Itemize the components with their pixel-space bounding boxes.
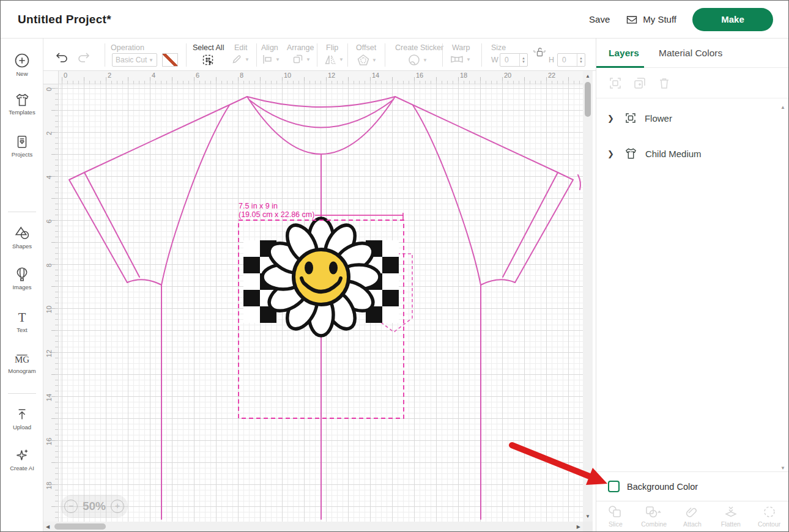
- edit-label: Edit: [234, 43, 248, 52]
- flip-label: Flip: [326, 43, 338, 52]
- attach-icon: [685, 505, 700, 519]
- group-icon: [624, 111, 637, 125]
- scroll-left-arrow[interactable]: ◀: [46, 524, 50, 530]
- layer-row-child-medium[interactable]: ❯ Child Medium: [596, 141, 788, 166]
- horizontal-scrollbar-thumb[interactable]: [54, 523, 106, 530]
- chevron-down-icon: ▼: [306, 57, 311, 62]
- zoom-in-button[interactable]: +: [111, 500, 124, 513]
- flip-button[interactable]: ▼: [324, 53, 344, 65]
- app-window: Untitled Project* Save My Stuff Make New…: [0, 0, 789, 532]
- right-panel: Layers Material Colors ❯ Flower ❯ Child …: [596, 39, 788, 531]
- stepper-arrows[interactable]: ▲▼: [519, 54, 527, 66]
- layer-tools-bar: Slice Combine Attach Flatten Contour: [596, 501, 788, 531]
- layer-row-flower[interactable]: ❯ Flower: [596, 106, 788, 130]
- scroll-right-arrow[interactable]: ▶: [577, 524, 580, 530]
- group-select-icon[interactable]: [609, 76, 622, 90]
- sticker-icon: [407, 53, 421, 67]
- trash-icon[interactable]: [658, 76, 671, 90]
- save-button[interactable]: Save: [589, 14, 610, 24]
- select-all-label: Select All: [193, 43, 224, 52]
- my-stuff-button[interactable]: My Stuff: [626, 14, 676, 25]
- arrange-button[interactable]: ▼: [292, 53, 311, 65]
- flatten-icon: [724, 505, 738, 519]
- chevron-down-icon: ▼: [339, 57, 344, 62]
- triangle-circle-icon: [14, 225, 31, 242]
- flatten-button[interactable]: Flatten: [711, 501, 750, 531]
- sidebar-item-templates[interactable]: Templates: [1, 92, 43, 116]
- attach-button[interactable]: Attach: [673, 501, 712, 531]
- zoom-out-button[interactable]: −: [64, 500, 78, 513]
- redo-button[interactable]: [76, 51, 91, 64]
- toolbar-divider: [347, 43, 348, 67]
- letter-t-icon: T: [14, 309, 30, 325]
- pen-color-swatch[interactable]: [162, 53, 178, 67]
- sidebar-item-upload[interactable]: Upload: [1, 407, 43, 430]
- toolbar-divider: [385, 43, 385, 67]
- contour-button[interactable]: Contour: [750, 501, 788, 531]
- scrollbar-corner: [583, 522, 593, 531]
- sidebar-item-monogram[interactable]: MG Monogram: [1, 350, 43, 374]
- panel-tabs: Layers Material Colors: [596, 39, 788, 68]
- panel-scroll-up-arrow[interactable]: ▲: [780, 105, 785, 110]
- warp-icon: [450, 53, 464, 65]
- sparkle-icon: [14, 447, 31, 464]
- sidebar-item-text[interactable]: T Text: [1, 309, 43, 333]
- operation-dropdown[interactable]: Basic Cut▼: [112, 53, 157, 67]
- warp-button[interactable]: ▼: [450, 53, 471, 65]
- tab-material-colors[interactable]: Material Colors: [659, 48, 722, 59]
- chevron-down-icon: ▼: [149, 57, 154, 63]
- edit-button[interactable]: ▼: [231, 53, 250, 65]
- make-button[interactable]: Make: [692, 8, 773, 31]
- select-all-button[interactable]: [201, 53, 215, 67]
- design-canvas[interactable]: [59, 84, 583, 522]
- tab-layers[interactable]: Layers: [609, 48, 639, 59]
- lock-ratio-button[interactable]: [533, 46, 546, 58]
- sidebar-item-shapes[interactable]: Shapes: [1, 225, 43, 249]
- sidebar-item-images[interactable]: Images: [1, 266, 43, 290]
- project-title: Untitled Project*: [18, 13, 111, 26]
- svg-text:T: T: [18, 311, 26, 324]
- toolbar-divider: [256, 43, 257, 67]
- sidebar-item-projects[interactable]: Projects: [1, 134, 43, 158]
- align-label: Align: [261, 43, 278, 52]
- vertical-scrollbar-thumb[interactable]: [585, 82, 591, 117]
- select-all-icon: [201, 53, 215, 67]
- zoom-level: 50%: [83, 500, 106, 513]
- slice-icon: [608, 505, 623, 519]
- width-label: W: [491, 56, 498, 64]
- height-input[interactable]: 0 ▲▼: [557, 53, 585, 67]
- chevron-down-icon: ▼: [245, 57, 250, 62]
- align-button[interactable]: ▼: [261, 53, 280, 65]
- chevron-down-icon: ▼: [275, 57, 280, 62]
- scroll-down-arrow[interactable]: ▼: [585, 514, 590, 519]
- panel-scroll-down-arrow[interactable]: ▼: [780, 465, 785, 471]
- vertical-scrollbar[interactable]: ▲ ▼: [583, 71, 593, 522]
- toolbar-divider: [105, 43, 105, 67]
- warp-label: Warp: [452, 43, 470, 52]
- background-color-checkbox[interactable]: [608, 481, 620, 492]
- undo-button[interactable]: [54, 51, 69, 64]
- chevron-right-icon[interactable]: ❯: [607, 149, 614, 158]
- slice-button[interactable]: Slice: [596, 501, 635, 531]
- offset-button[interactable]: ▼: [357, 53, 377, 67]
- sidebar-item-new[interactable]: New: [1, 52, 43, 77]
- scroll-up-arrow[interactable]: ▲: [585, 73, 590, 79]
- horizontal-ruler: 0246810121416182022: [59, 71, 583, 84]
- chevron-down-icon: ▼: [372, 57, 377, 63]
- upload-arrow-icon: [14, 407, 30, 423]
- create-sticker-button[interactable]: ▼: [407, 53, 428, 67]
- arrange-label: Arrange: [287, 43, 314, 52]
- duplicate-icon[interactable]: [633, 76, 646, 90]
- monogram-icon: MG: [13, 350, 31, 366]
- width-input[interactable]: 0 ▲▼: [500, 53, 528, 67]
- vertical-ruler: 024681012141618: [43, 84, 59, 522]
- sidebar-item-create-ai[interactable]: Create AI: [1, 447, 43, 471]
- chevron-right-icon[interactable]: ❯: [607, 114, 614, 123]
- chevron-down-icon: ▼: [466, 57, 471, 62]
- combine-button[interactable]: Combine: [635, 501, 673, 531]
- horizontal-scrollbar[interactable]: ◀ ▶: [43, 522, 583, 531]
- background-color-row: Background Color: [596, 471, 788, 501]
- stepper-arrows[interactable]: ▲▼: [577, 54, 585, 66]
- height-label: H: [549, 56, 554, 64]
- project-card-icon: [14, 134, 30, 150]
